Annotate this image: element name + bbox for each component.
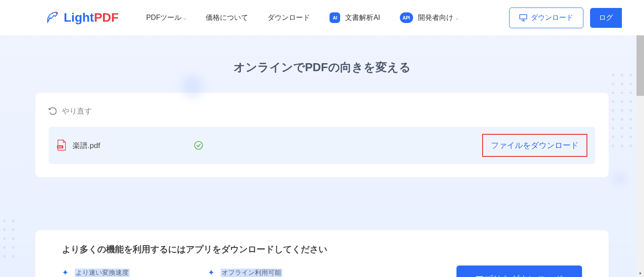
svg-point-1 xyxy=(621,74,623,76)
svg-point-10 xyxy=(629,91,632,94)
svg-text:PDF: PDF xyxy=(58,146,62,148)
svg-point-13 xyxy=(621,100,623,103)
download-file-label: ファイルをダウンロード xyxy=(491,141,579,150)
nav-pdf-tools-label: PDFツール xyxy=(146,13,181,23)
svg-point-4 xyxy=(612,83,614,85)
promo-card: より多くの機能を利用するにはアプリをダウンロードしてください ✦ より速い変換速… xyxy=(35,230,609,277)
svg-point-6 xyxy=(629,83,632,85)
nav-download[interactable]: ダウンロード xyxy=(258,0,320,35)
check-circle-icon xyxy=(194,140,203,150)
restart-label: やり直す xyxy=(62,106,92,116)
svg-point-22 xyxy=(629,118,632,121)
nav-pricing-label: 価格について xyxy=(206,13,248,23)
svg-point-9 xyxy=(621,91,623,94)
logo-text-light: Light xyxy=(64,11,94,25)
svg-point-29 xyxy=(621,136,623,138)
file-row: PDF 楽譜.pdf ファイルをダウンロード xyxy=(49,127,595,164)
svg-point-14 xyxy=(629,100,632,103)
ai-badge-icon: AI xyxy=(330,12,340,23)
monitor-icon xyxy=(519,14,527,21)
nav-pricing[interactable]: 価格について xyxy=(196,0,258,35)
undo-icon xyxy=(49,107,58,116)
svg-rect-47 xyxy=(520,15,527,19)
download-file-button[interactable]: ファイルをダウンロード xyxy=(482,134,587,157)
chevron-down-icon: ⌵ xyxy=(456,15,458,20)
svg-point-25 xyxy=(621,127,623,129)
svg-point-18 xyxy=(629,109,632,112)
nav-ai-doc[interactable]: AI 文書解析AI xyxy=(320,0,390,35)
scrollbar[interactable]: ▴ ▾ xyxy=(636,0,644,277)
header-download-label: ダウンロード xyxy=(531,13,573,23)
page-title: オンラインでPDFの向きを変える xyxy=(0,35,644,93)
nav-ai-doc-label: 文書解析AI xyxy=(345,13,380,23)
svg-point-32 xyxy=(612,144,614,147)
file-name: 楽譜.pdf xyxy=(73,140,100,151)
svg-point-8 xyxy=(612,91,614,94)
dots-decoration-left xyxy=(0,216,18,261)
svg-point-21 xyxy=(621,118,623,121)
svg-point-33 xyxy=(621,144,623,147)
promo-title: より多くの機能を利用するにはアプリをダウンロードしてください xyxy=(62,243,332,255)
pdf-file-icon: PDF xyxy=(57,140,66,151)
svg-point-2 xyxy=(629,74,632,76)
svg-point-44 xyxy=(3,255,6,258)
svg-point-30 xyxy=(629,136,632,138)
svg-point-52 xyxy=(195,141,203,149)
svg-point-36 xyxy=(3,220,6,222)
svg-point-45 xyxy=(12,255,15,258)
svg-point-39 xyxy=(12,228,15,231)
svg-point-17 xyxy=(621,109,623,112)
app-download-button[interactable]: アプリをダウンロード xyxy=(456,266,582,277)
logo[interactable]: LightPDF xyxy=(44,10,119,26)
diamond-icon: ✦ xyxy=(208,268,215,277)
nav-pdf-tools[interactable]: PDFツール ⌵ xyxy=(136,0,196,35)
svg-point-42 xyxy=(3,246,6,249)
feature-label: より速い変換速度 xyxy=(75,269,130,277)
login-button[interactable]: ログ xyxy=(590,8,622,28)
svg-point-38 xyxy=(3,228,6,231)
nav-developer[interactable]: API 開発者向け ⌵ xyxy=(390,0,468,35)
login-label: ログ xyxy=(599,14,613,21)
chevron-down-icon: ⌵ xyxy=(184,15,186,20)
svg-point-41 xyxy=(12,237,15,240)
svg-point-34 xyxy=(629,144,632,147)
svg-point-37 xyxy=(12,220,15,222)
feature-label: オフライン利用可能 xyxy=(221,269,282,277)
svg-point-40 xyxy=(3,237,6,240)
svg-point-26 xyxy=(629,127,632,129)
restart-link[interactable]: やり直す xyxy=(49,106,595,116)
svg-point-20 xyxy=(612,118,614,121)
app-download-label: アプリをダウンロード xyxy=(475,274,564,277)
svg-point-0 xyxy=(612,74,614,76)
svg-point-43 xyxy=(12,246,15,249)
header: LightPDF PDFツール ⌵ 価格について ダウンロード AI 文書解析A… xyxy=(0,0,644,35)
scrollbar-down-icon[interactable]: ▾ xyxy=(636,269,644,277)
feature-item: ✦ オフライン利用可能 xyxy=(208,268,332,277)
api-badge-icon: API xyxy=(400,12,413,23)
svg-point-24 xyxy=(612,127,614,129)
diamond-icon: ✦ xyxy=(62,268,69,277)
svg-point-12 xyxy=(612,100,614,103)
feather-logo-icon xyxy=(44,10,60,26)
content-card: やり直す PDF 楽譜.pdf ファイルをダウンロード xyxy=(35,93,609,177)
header-download-button[interactable]: ダウンロード xyxy=(509,8,583,28)
svg-point-28 xyxy=(612,136,614,138)
nav-developer-label: 開発者向け xyxy=(418,13,453,23)
svg-point-46 xyxy=(56,12,58,14)
feature-item: ✦ より速い変換速度 xyxy=(62,268,186,277)
svg-point-16 xyxy=(612,109,614,112)
logo-text-pdf: PDF xyxy=(94,11,119,25)
svg-point-5 xyxy=(621,83,623,85)
nav-download-label: ダウンロード xyxy=(268,13,310,23)
